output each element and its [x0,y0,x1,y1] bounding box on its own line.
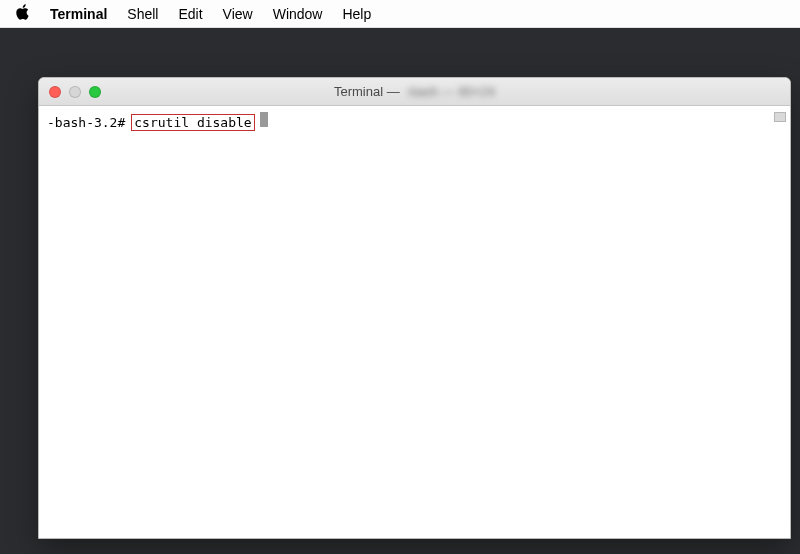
menu-window[interactable]: Window [273,6,323,22]
scrollbar-icon[interactable] [774,112,786,122]
command-text: csrutil disable [134,115,251,130]
zoom-icon[interactable] [89,86,101,98]
menu-app-name[interactable]: Terminal [50,6,107,22]
minimize-icon[interactable] [69,86,81,98]
command-highlight: csrutil disable [131,114,254,131]
menu-view[interactable]: View [223,6,253,22]
window-title: Terminal — -bash — 80×24 [39,84,790,99]
menu-edit[interactable]: Edit [178,6,202,22]
menu-help[interactable]: Help [342,6,371,22]
cursor-icon [260,112,268,127]
window-title-prefix: Terminal — [334,84,400,99]
menubar: Terminal Shell Edit View Window Help [0,0,800,28]
titlebar[interactable]: Terminal — -bash — 80×24 [39,78,790,106]
traffic-lights [49,86,101,98]
menu-shell[interactable]: Shell [127,6,158,22]
desktop: Terminal — -bash — 80×24 -bash-3.2# csru… [0,28,800,554]
terminal-body[interactable]: -bash-3.2# csrutil disable [39,106,790,538]
close-icon[interactable] [49,86,61,98]
window-title-detail: -bash — 80×24 [406,84,495,99]
prompt-line: -bash-3.2# csrutil disable [47,112,782,131]
apple-logo-icon[interactable] [16,4,30,23]
shell-prompt: -bash-3.2# [47,115,125,130]
terminal-window: Terminal — -bash — 80×24 -bash-3.2# csru… [38,77,791,539]
